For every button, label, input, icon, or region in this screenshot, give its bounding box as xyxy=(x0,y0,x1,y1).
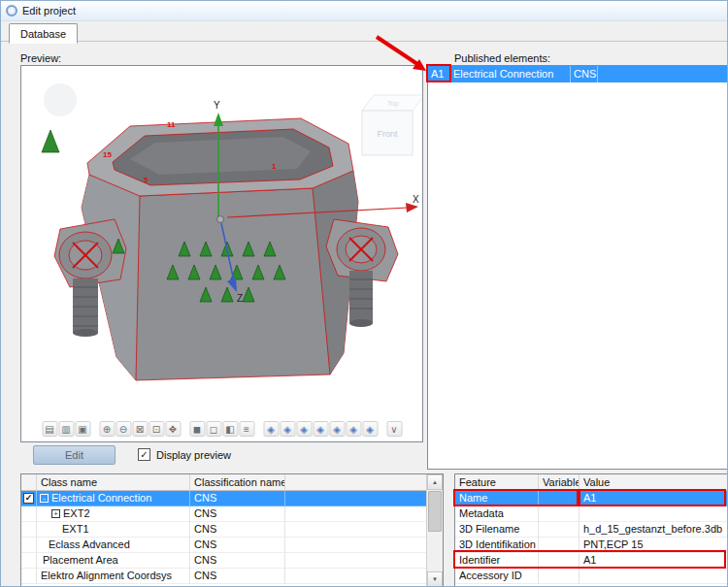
header-feature[interactable]: Feature xyxy=(455,474,539,491)
view-front-icon[interactable]: ◈ xyxy=(263,421,279,437)
svg-text:11: 11 xyxy=(167,120,176,129)
pan-icon[interactable]: ✥ xyxy=(165,421,181,437)
connector-3d-model: Top Front xyxy=(21,66,422,441)
class-row-eclass-advanced[interactable]: Eclass Advanced CNS xyxy=(21,538,426,553)
feature-table-header: Feature Variable Value xyxy=(455,474,728,491)
zoom-out-icon[interactable]: ⊖ xyxy=(116,421,131,437)
window-title: Edit project xyxy=(22,5,76,16)
view-back-icon[interactable]: ◈ xyxy=(280,421,295,437)
class-row-electrical-connection[interactable]: ✓ -Electrical Connection CNS xyxy=(21,491,426,506)
class-row-placement-area[interactable]: Placement Area CNS xyxy=(21,553,426,569)
class-row-elektro-alignment-coordsys[interactable]: Elektro Alignment Coordsys CNS xyxy=(21,569,426,584)
preview-label: Preview: xyxy=(20,52,61,64)
view-left-icon[interactable]: ◈ xyxy=(296,421,312,437)
feature-row-name[interactable]: Name A1 xyxy=(455,491,728,506)
zoom-in-icon[interactable]: ⊕ xyxy=(99,421,115,437)
svg-text:15: 15 xyxy=(103,150,112,159)
collapse-icon[interactable]: - xyxy=(40,494,49,503)
svg-text:1: 1 xyxy=(272,162,277,171)
published-class-cell: CNS xyxy=(571,66,598,82)
published-row[interactable]: A1 Electrical Connection CNS xyxy=(428,66,728,82)
class-table-header: Class name Classification name xyxy=(21,474,426,491)
view-top-icon[interactable]: ◈ xyxy=(329,421,345,437)
svg-text:Top: Top xyxy=(387,100,398,108)
tab-database[interactable]: Database xyxy=(9,23,78,44)
feature-table: Feature Variable Value Name A1 Metadata … xyxy=(454,473,728,587)
published-elements-list[interactable]: A1 Electrical Connection CNS xyxy=(427,65,728,470)
edit-button[interactable]: Edit xyxy=(33,445,116,465)
scroll-thumb[interactable] xyxy=(428,491,442,532)
svg-text:Z: Z xyxy=(237,293,243,304)
titlebar: Edit project xyxy=(1,1,727,21)
view-right-icon[interactable]: ◈ xyxy=(313,421,328,437)
scroll-down-button[interactable]: ▼ xyxy=(427,571,443,587)
edit-project-dialog: Edit project Database Preview: Top Front xyxy=(0,0,728,587)
preview-viewport[interactable]: Top Front xyxy=(20,65,423,442)
app-icon xyxy=(6,5,17,16)
feature-row-identifier[interactable]: Identifier A1 xyxy=(455,553,728,569)
feature-row-3d-identifikation[interactable]: 3D Identifikation PNT,ECP 15 xyxy=(455,538,728,553)
header-value[interactable]: Value xyxy=(579,474,728,491)
svg-text:Y: Y xyxy=(214,100,220,111)
class-table: Class name Classification name ✓ -Electr… xyxy=(20,473,444,587)
feature-row-3d-filename[interactable]: 3D Filename h_d_15_gestanzt_before.3db xyxy=(455,522,728,538)
scroll-up-button[interactable]: ▲ xyxy=(427,474,443,490)
svg-text:Front: Front xyxy=(377,129,398,139)
zoom-window-icon[interactable]: ⊡ xyxy=(149,421,164,437)
view-iso-icon[interactable]: ◈ xyxy=(362,421,378,437)
copy-view-icon[interactable]: ▥ xyxy=(58,421,74,437)
layers-icon[interactable]: ≡ xyxy=(239,421,254,437)
published-elements-label: Published elements: xyxy=(454,52,550,64)
nav-cube[interactable]: Top Front xyxy=(362,95,422,155)
svg-text:5: 5 xyxy=(144,176,149,184)
header-classification-name[interactable]: Classification name xyxy=(190,474,285,491)
header-variable[interactable]: Variable xyxy=(539,474,579,491)
feature-row-accessory-id[interactable]: Accessory ID xyxy=(455,569,728,584)
display-preview-checkbox[interactable]: ✓ xyxy=(138,448,150,461)
cube-display-icon[interactable]: ▣ xyxy=(75,421,90,437)
header-empty xyxy=(285,474,426,491)
svg-text:X: X xyxy=(413,194,419,205)
row-checkbox[interactable]: ✓ xyxy=(23,493,34,504)
tab-strip-line xyxy=(1,41,727,42)
scroll-track[interactable] xyxy=(427,533,443,571)
feature-row-metadata[interactable]: Metadata xyxy=(455,506,728,522)
display-preview-label: Display preview xyxy=(156,449,231,461)
orbit-widget[interactable] xyxy=(44,83,77,116)
preview-toolbar: ▤▥▣⊕⊖⊠⊡✥◼◻◧≡◈◈◈◈◈◈◈∨ xyxy=(42,421,402,437)
view-bottom-icon[interactable]: ◈ xyxy=(346,421,361,437)
header-checkbox-column[interactable] xyxy=(21,474,37,491)
wireframe-view-icon[interactable]: ◻ xyxy=(206,421,221,437)
panel-icon[interactable]: ▤ xyxy=(42,421,57,437)
zoom-fit-icon[interactable]: ⊠ xyxy=(132,421,148,437)
header-class-name[interactable]: Class name xyxy=(37,474,190,491)
class-row-ext1[interactable]: EXT1 CNS xyxy=(21,522,426,538)
published-filler-cell xyxy=(598,66,728,82)
more-views-icon[interactable]: ∨ xyxy=(386,421,402,437)
shaded-view-icon[interactable]: ◼ xyxy=(189,421,205,437)
transparent-view-icon[interactable]: ◧ xyxy=(222,421,238,437)
class-row-ext2[interactable]: +EXT2 CNS xyxy=(21,506,426,522)
published-name-cell: Electrical Connection xyxy=(450,66,571,82)
published-id-cell: A1 xyxy=(428,66,450,82)
expand-icon[interactable]: + xyxy=(51,509,60,518)
class-table-scrollbar[interactable]: ▲ ▼ xyxy=(426,474,443,587)
